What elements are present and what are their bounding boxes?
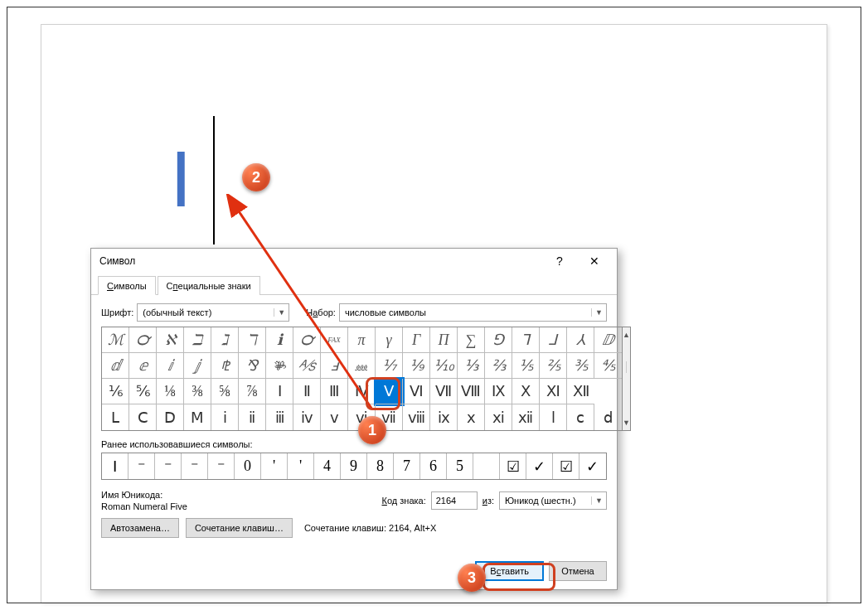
char-cell[interactable]: Ⅵ [403,379,430,404]
char-cell[interactable]: ⅷ [403,404,430,430]
char-cell[interactable]: ⅑ [403,353,430,379]
recent-char-cell[interactable]: 9 [341,453,367,479]
tab-symbols[interactable]: Символы [98,276,156,295]
char-cell[interactable]: Ⅹ [512,379,540,404]
char-cell[interactable]: ⅖ [540,353,567,379]
char-cell[interactable]: Ⅲ [321,379,348,404]
char-cell[interactable]: ⅋ [239,353,266,379]
char-cell[interactable]: Ⅼ [102,404,129,430]
char-cell[interactable]: π [348,327,376,353]
char-cell[interactable]: ⅜ [184,379,211,404]
char-cell[interactable]: ⅺ [485,404,512,430]
recent-char-cell[interactable]: ⁻ [208,453,235,479]
char-cell[interactable]: ⅝ [211,379,239,404]
char-cell[interactable]: ⅻ [512,404,540,430]
recent-char-cell[interactable]: 8 [367,453,394,479]
char-cell[interactable]: ⅗ [567,353,594,379]
char-cell[interactable]: ⅹ [458,404,485,430]
char-cell[interactable]: ⅉ [184,353,211,379]
char-cell[interactable]: ⅏ [348,353,376,379]
char-cell[interactable]: ⅾ [594,404,622,430]
char-cell[interactable]: ⅴ [321,404,348,430]
char-cell[interactable]: ⅄ [567,327,594,353]
char-cell[interactable]: ℹ [266,327,293,353]
recent-char-cell[interactable]: ⁻ [182,453,208,479]
char-cell[interactable]: Ⅰ [266,379,293,404]
char-cell[interactable]: Ⅶ [430,379,458,404]
char-cell[interactable]: Γ [403,327,430,353]
font-select[interactable]: (обычный текст)▼ [137,303,289,322]
scroll-down-icon[interactable]: ▼ [623,415,630,430]
recent-char-cell[interactable] [473,453,500,479]
char-cell[interactable]: ⅘ [594,353,622,379]
char-cell[interactable]: ⅒ [430,353,458,379]
char-cell[interactable]: ⅃ [540,327,567,353]
dialog-titlebar[interactable]: Символ ? ✕ [91,249,617,274]
recent-char-cell[interactable]: ⁻ [155,453,182,479]
char-cell[interactable]: ⅶ [376,404,403,430]
shortcut-key-button[interactable]: Сочетание клавиш… [186,518,293,538]
char-cell[interactable]: ⅔ [485,353,512,379]
char-cell[interactable]: ℳ [102,327,129,353]
char-cell[interactable]: Ⅳ [348,379,376,404]
cancel-button[interactable]: Отмена [549,561,607,581]
char-cell[interactable]: γ [376,327,403,353]
char-code-input[interactable]: 2164 [431,491,478,510]
char-cell[interactable]: ⅁ [485,327,512,353]
recent-char-cell[interactable]: ✓ [526,453,553,479]
char-cell[interactable]: ⅆ [102,353,129,379]
char-cell[interactable]: Ⅻ [567,379,594,404]
char-cell[interactable]: ⅰ [211,404,239,430]
char-cell[interactable]: ⅞ [239,379,266,404]
recent-char-cell[interactable]: ⁻ [129,453,155,479]
recent-char-cell[interactable]: 4 [314,453,341,479]
recent-char-cell[interactable]: Ⅰ [102,453,129,479]
recent-char-cell[interactable]: 0 [235,453,261,479]
char-cell[interactable]: ⅓ [458,353,485,379]
char-cell[interactable]: ⅊ [211,353,239,379]
recent-char-cell[interactable]: 5 [447,453,473,479]
char-cell[interactable]: ℺ [293,327,321,353]
recent-char-cell[interactable]: 6 [420,453,447,479]
from-select[interactable]: Юникод (шестн.)▼ [499,491,607,510]
char-cell[interactable]: ⅚ [129,379,157,404]
char-cell[interactable]: Ⅾ [157,404,184,430]
subset-select[interactable]: числовые символы▼ [339,303,607,322]
char-cell[interactable]: ℸ [239,327,266,353]
char-cell[interactable]: ⅲ [266,404,293,430]
char-cell[interactable]: Π [430,327,458,353]
char-cell[interactable]: ⅂ [512,327,540,353]
char-cell[interactable]: ⅳ [293,404,321,430]
grid-scrollbar[interactable]: ▲ ▼ [623,327,631,431]
close-button[interactable]: ✕ [577,250,612,272]
char-cell[interactable]: ⅅ [594,327,622,353]
char-cell[interactable]: ⅸ [430,404,458,430]
char-cell[interactable]: ⅐ [376,353,403,379]
char-cell[interactable]: ⅙ [102,379,129,404]
char-cell[interactable]: ⅈ [157,353,184,379]
char-cell[interactable]: ⅵ [348,404,376,430]
recent-char-cell[interactable]: ' [288,453,314,479]
insert-button[interactable]: Вставить [475,561,544,581]
char-cell[interactable]: Ⅸ [485,379,512,404]
character-grid[interactable]: ℳ℺ℵℶℷℸℹ℺FAXπγΓΠ∑⅁⅂⅃⅄ⅅⅆⅇⅈⅉ⅊⅋⅌⅍ⅎ⅏⅐⅑⅒⅓⅔⅕⅖⅗⅘… [101,327,623,431]
recent-char-cell[interactable]: ✓ [579,453,606,479]
char-cell[interactable]: ⅕ [512,353,540,379]
char-cell[interactable]: Ⅱ [293,379,321,404]
recent-symbols-grid[interactable]: Ⅰ⁻⁻⁻⁻0''498765☑✓☑✓ [101,453,607,480]
scroll-up-icon[interactable]: ▲ [623,327,630,342]
char-cell[interactable]: ⅽ [567,404,594,430]
char-cell[interactable]: ⅼ [540,404,567,430]
char-cell[interactable]: ⅌ [266,353,293,379]
char-cell[interactable]: ⅇ [129,353,157,379]
char-cell[interactable]: ℷ [211,327,239,353]
char-cell[interactable]: Ⅷ [458,379,485,404]
char-cell[interactable]: ⅍ [293,353,321,379]
char-cell[interactable]: ℺ [129,327,157,353]
char-cell[interactable]: FAX [321,327,348,353]
char-cell[interactable]: ℵ [157,327,184,353]
tab-special-chars[interactable]: Специальные знаки [158,276,260,295]
recent-char-cell[interactable]: 7 [394,453,420,479]
char-cell[interactable]: Ⅴ [376,379,403,404]
help-button[interactable]: ? [542,250,577,272]
